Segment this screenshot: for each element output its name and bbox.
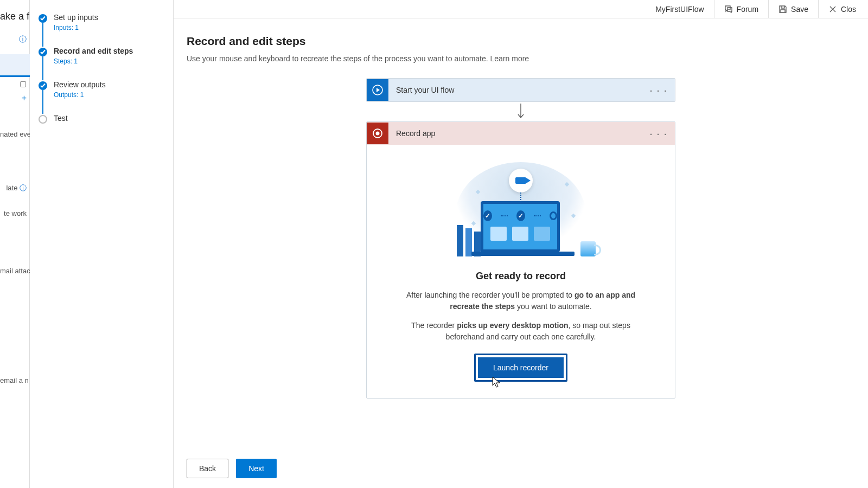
top-toolbar: MyFirstUIFlow Forum Save Clos [174, 0, 868, 18]
recorder-illustration [445, 158, 597, 261]
flow-arrow-icon [516, 102, 526, 121]
empty-step-icon [39, 115, 47, 124]
save-button[interactable]: Save [768, 0, 818, 18]
cropped-text-1: nated even [0, 130, 30, 138]
mug-decoration [580, 241, 596, 256]
step-record-and-edit[interactable]: Record and edit steps Steps: 1 [39, 47, 167, 65]
close-button[interactable]: Clos [818, 0, 866, 18]
step-test[interactable]: Test [39, 114, 167, 123]
cropped-text-5: email a n [0, 376, 30, 384]
camera-icon [509, 169, 533, 192]
close-icon [828, 5, 837, 14]
grid-icon: ▢ [0, 79, 30, 88]
check-icon [39, 81, 47, 90]
cropped-text-4: mail attac [0, 267, 30, 275]
cropped-text-2: late ⓘ [0, 183, 30, 193]
flow-canvas: Start your UI flow · · · Record app · · … [187, 78, 855, 399]
content-area: Record and edit steps Use your mouse and… [174, 18, 868, 488]
card-record-app: Record app · · · [366, 121, 675, 399]
step-sublabel: Steps: 1 [54, 57, 167, 65]
plus-icon[interactable]: + [0, 93, 30, 103]
flow-name: MyFirstUIFlow [646, 5, 713, 14]
step-set-up-inputs[interactable]: Set up inputs Inputs: 1 [39, 13, 167, 31]
learn-more-link[interactable]: Learn more [490, 54, 529, 63]
page-description: Use your mouse and keyboard to recreate … [187, 54, 855, 63]
card-more-icon[interactable]: · · · [647, 84, 669, 97]
card-start-ui-flow[interactable]: Start your UI flow · · · [366, 78, 675, 102]
step-label: Test [54, 114, 167, 123]
laptop-illustration [481, 201, 560, 252]
step-sublabel: Inputs: 1 [54, 24, 167, 31]
card-more-icon[interactable]: · · · [647, 127, 669, 140]
card-title: Record app [396, 129, 640, 138]
record-target-icon [367, 123, 388, 144]
step-sublabel: Outputs: 1 [54, 91, 167, 99]
page-heading: Record and edit steps [187, 35, 855, 48]
step-label: Review outputs [54, 80, 167, 89]
save-icon [778, 5, 787, 14]
record-paragraph-1: After launching the recorder you'll be p… [404, 290, 637, 312]
wizard-footer: Back Next [187, 459, 277, 478]
record-paragraph-2: The recorder picks up every desktop moti… [404, 320, 637, 343]
step-review-outputs[interactable]: Review outputs Outputs: 1 [39, 80, 167, 99]
card-title: Start your UI flow [396, 86, 640, 94]
step-label: Set up inputs [54, 13, 167, 22]
check-icon [39, 48, 47, 56]
next-button[interactable]: Next [236, 459, 277, 478]
main-panel: MyFirstUIFlow Forum Save Clos Record and… [174, 0, 868, 488]
launch-recorder-button[interactable]: Launch recorder [478, 357, 564, 378]
selected-nav-highlight [0, 54, 30, 77]
record-panel-body: Get ready to record After launching the … [367, 145, 675, 398]
launch-recorder-focus-ring: Launch recorder [474, 354, 567, 382]
cropped-title: ake a fl [0, 11, 30, 22]
play-circle-icon [367, 79, 388, 101]
leftmost-cropped-panel: ake a fl ▢ + nated even late ⓘ te work m… [0, 0, 30, 488]
check-icon [39, 14, 47, 23]
info-icon [0, 35, 30, 44]
chat-icon [724, 5, 733, 14]
wizard-steps-sidebar: Set up inputs Inputs: 1 Record and edit … [30, 0, 174, 488]
step-label: Record and edit steps [54, 47, 167, 55]
svg-point-2 [376, 132, 380, 136]
record-heading: Get ready to record [381, 271, 661, 282]
forum-button[interactable]: Forum [714, 0, 768, 18]
back-button[interactable]: Back [187, 459, 228, 478]
cropped-text-3: te work [0, 209, 30, 217]
